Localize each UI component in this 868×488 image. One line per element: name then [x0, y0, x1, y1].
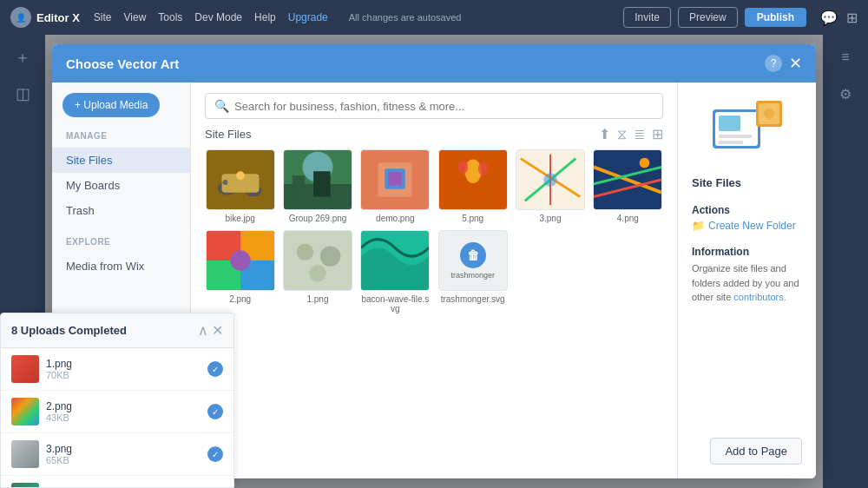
right-sidebar: ≡ ⚙	[823, 35, 868, 488]
upload-filename: 3.png	[46, 443, 201, 455]
file-item[interactable]: 5.png	[437, 149, 508, 223]
upload-size: 70KB	[46, 370, 201, 380]
file-thumbnail	[206, 230, 275, 291]
upload-progress-panel: 8 Uploads Completed ∧ ✕ 1.png 70KB ✓ 2.p…	[0, 313, 234, 488]
upload-item: 4.png 75KB ✓	[1, 476, 233, 487]
search-icon: 🔍	[214, 99, 229, 113]
file-item[interactable]: 1.png	[282, 230, 352, 313]
file-name: 5.png	[462, 214, 483, 223]
upload-icon[interactable]: ⬆	[599, 126, 610, 142]
contributors-link[interactable]: contributors.	[733, 292, 786, 302]
file-name: 2.png	[229, 294, 251, 304]
upload-item-thumb	[11, 398, 39, 425]
upload-size: 43KB	[46, 412, 201, 423]
brand: 👤 Editor X	[10, 7, 80, 28]
info-site-files: Site Files	[692, 176, 741, 189]
nav-view[interactable]: View	[124, 11, 147, 23]
upload-list: 1.png 70KB ✓ 2.png 43KB ✓ 3.png	[1, 348, 233, 487]
add-to-page-button[interactable]: Add to Page	[710, 438, 802, 465]
file-thumbnail	[360, 230, 430, 291]
filter-icon[interactable]: ⧖	[617, 127, 627, 142]
file-item[interactable]: demo.png	[360, 149, 431, 223]
nav-help[interactable]: Help	[254, 11, 276, 23]
file-name: bike.jpg	[225, 214, 254, 223]
invite-button[interactable]: Invite	[623, 7, 671, 28]
plus-icon[interactable]: ＋	[7, 42, 38, 73]
file-item[interactable]: 4.png	[593, 149, 663, 223]
files-toolbar: Site Files ⬆ ⧖ ≣ ⊞	[191, 126, 677, 149]
file-thumbnail	[283, 149, 352, 210]
upload-item-info: 3.png 65KB	[46, 443, 201, 465]
upload-item-info: 2.png 43KB	[46, 400, 201, 423]
nav-devmode[interactable]: Dev Mode	[194, 11, 242, 23]
upload-item-info: 4.png 75KB	[46, 485, 201, 487]
nav-media-from-wix[interactable]: Media from Wix	[52, 254, 190, 279]
files-grid: bike.jpg	[191, 149, 677, 478]
svg-rect-9	[293, 175, 306, 196]
svg-rect-44	[719, 141, 743, 144]
nav-site[interactable]: Site	[94, 11, 112, 23]
files-label: Site Files	[205, 128, 592, 141]
svg-point-37	[320, 246, 340, 266]
file-item[interactable]: 2.png	[205, 230, 275, 313]
info-title: Information	[692, 246, 802, 258]
upload-media-button[interactable]: + Upload Media	[62, 93, 160, 117]
preview-button[interactable]: Preview	[678, 7, 738, 28]
file-name: 4.png	[617, 214, 639, 223]
file-item[interactable]: 🗑 trashmonger trashmonger.svg	[437, 230, 508, 313]
svg-rect-14	[389, 172, 403, 186]
modal-center-panel: 🔍 Site Files ⬆ ⧖ ≣ ⊞	[191, 82, 677, 478]
file-item[interactable]: bike.jpg	[205, 149, 275, 223]
nav-upgrade[interactable]: Upgrade	[288, 11, 328, 23]
svg-point-18	[478, 162, 489, 176]
create-folder-label: Create New Folder	[708, 220, 796, 232]
nav-site-files[interactable]: Site Files	[52, 148, 190, 173]
file-item[interactable]: bacon-wave-file.svg	[360, 230, 431, 313]
upload-check-icon: ✓	[207, 446, 223, 462]
nav-trash[interactable]: Trash	[52, 198, 190, 223]
svg-point-17	[457, 161, 468, 175]
comment-icon[interactable]: 💬	[820, 10, 838, 26]
illustration	[692, 96, 802, 161]
file-thumbnail	[206, 149, 275, 210]
upload-title: 8 Uploads Completed	[11, 324, 198, 337]
actions-title: Actions	[692, 204, 802, 216]
file-name: 1.png	[306, 294, 328, 304]
grid-icon[interactable]: ⊞	[846, 10, 858, 26]
upload-item: 3.png 65KB ✓	[1, 433, 233, 476]
help-button[interactable]: ?	[765, 55, 782, 72]
upload-filename: 1.png	[46, 358, 201, 370]
publish-button[interactable]: Publish	[745, 8, 806, 27]
file-thumbnail	[438, 149, 508, 210]
nav-my-boards[interactable]: My Boards	[52, 173, 190, 198]
svg-rect-43	[719, 135, 752, 138]
upload-close-button[interactable]: ✕	[212, 322, 223, 339]
file-item[interactable]: Group 269.png	[282, 149, 352, 223]
sort-icon[interactable]: ≣	[634, 126, 645, 142]
collapse-icon[interactable]: ∧	[198, 322, 208, 339]
modal-header-actions: ? ✕	[765, 55, 802, 72]
settings-icon[interactable]: ⚙	[830, 78, 861, 109]
nav-tools[interactable]: Tools	[158, 11, 182, 23]
file-name: 3.png	[539, 214, 561, 223]
svg-point-23	[543, 173, 557, 187]
inspector-icon[interactable]: ≡	[830, 42, 861, 73]
svg-point-38	[309, 265, 326, 282]
grid-view-icon[interactable]: ⊞	[652, 126, 663, 142]
create-folder-button[interactable]: 📁 Create New Folder	[692, 220, 802, 232]
upload-item-thumb	[11, 355, 39, 383]
file-thumbnail	[360, 149, 430, 210]
modal-header: Choose Vector Art ? ✕	[52, 44, 816, 82]
close-button[interactable]: ✕	[789, 56, 802, 71]
info-breadcrumb: Site Files	[692, 175, 802, 190]
info-section: Information Organize site files and fold…	[692, 246, 802, 305]
upload-check-icon: ✓	[207, 361, 223, 377]
upload-item-thumb	[11, 440, 39, 468]
layers-icon[interactable]: ◫	[7, 78, 38, 109]
upload-item-thumb	[11, 483, 39, 487]
file-thumbnail	[593, 149, 662, 210]
search-input[interactable]	[234, 100, 654, 113]
file-item[interactable]: 3.png	[515, 149, 585, 223]
svg-point-36	[297, 244, 314, 261]
main-area: ＋ ◫ ≡ ⚙ Choose Vector Art ? ✕ + Upload M…	[0, 35, 868, 488]
